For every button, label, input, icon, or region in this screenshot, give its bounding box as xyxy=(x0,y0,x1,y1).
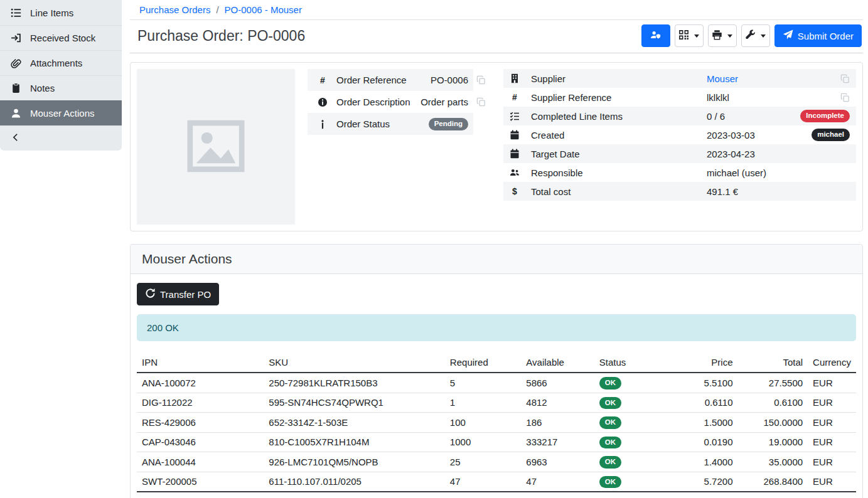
info-circle-icon xyxy=(316,97,329,107)
sidebar: Line Items Received Stock Attachments No… xyxy=(0,0,122,151)
paperclip-icon xyxy=(10,58,21,69)
breadcrumb: Purchase Orders / PO-0006 - Mouser xyxy=(130,0,863,20)
detail-row-responsible: Responsible michael (user) xyxy=(503,163,856,182)
chevron-left-icon xyxy=(11,133,20,144)
detail-row-completed-line-items: Completed Line Items 0 / 6 Incomplete xyxy=(503,107,856,125)
panel-title: Mouser Actions xyxy=(131,245,862,274)
detail-row-total-cost: $ Total cost 491.1 € xyxy=(503,182,856,201)
column-header-currency: Currency xyxy=(808,352,856,373)
sidebar-item-mouser-actions[interactable]: Mouser Actions xyxy=(0,100,122,125)
column-header-price: Price xyxy=(663,352,737,373)
column-header-ipn: IPN xyxy=(137,352,264,373)
order-details-card: # Order Reference PO-0006 Order Descript… xyxy=(130,62,863,231)
hash-icon: # xyxy=(316,75,329,85)
panel-body: Transfer PO 200 OK IPN SKU Required Avai… xyxy=(131,274,862,498)
scan-to-po-button[interactable] xyxy=(641,24,670,47)
supplier-details-table: Supplier Mouser # Supplier Reference lkl… xyxy=(503,69,856,225)
detail-row-supplier: Supplier Mouser xyxy=(503,69,856,88)
sidebar-item-label: Attachments xyxy=(30,58,82,68)
image-placeholder-icon xyxy=(179,114,253,181)
column-header-required: Required xyxy=(445,352,521,373)
detail-row-created: Created 2023-03-03 michael xyxy=(503,125,856,144)
status-alert: 200 OK xyxy=(137,314,856,341)
sidebar-item-notes[interactable]: Notes xyxy=(0,75,122,100)
status-badge: OK xyxy=(599,437,621,449)
qrcode-icon xyxy=(678,29,689,42)
building-icon xyxy=(508,73,521,83)
detail-row-target-date: Target Date 2023-04-23 xyxy=(503,144,856,163)
order-status-badge: Pending xyxy=(429,118,468,130)
copy-icon[interactable] xyxy=(476,97,486,107)
breadcrumb-current-order[interactable]: PO-0006 - Mouser xyxy=(225,4,302,15)
header-actions: Submit Order xyxy=(641,24,862,47)
sidebar-item-label: Notes xyxy=(30,83,55,93)
table-row: DIG-112022 595-SN74HCS74QPWRQ1 1 4812 OK… xyxy=(137,393,856,413)
hash-icon: # xyxy=(508,92,521,102)
sidebar-item-attachments[interactable]: Attachments xyxy=(0,50,122,75)
copy-icon[interactable] xyxy=(476,75,486,85)
clipboard-icon xyxy=(10,83,21,94)
detail-row-order-status: Order Status Pending xyxy=(308,113,488,135)
status-badge: OK xyxy=(599,397,621,410)
transfer-po-label: Transfer PO xyxy=(160,289,211,300)
table-row: RES-429006 652-3314Z-1-503E 100 186 OK 1… xyxy=(137,413,856,433)
column-header-status: Status xyxy=(594,352,663,373)
mouser-order-table: IPN SKU Required Available Status Price … xyxy=(137,352,856,498)
detail-row-order-description: Order Description Order parts xyxy=(308,91,488,113)
dollar-icon: $ xyxy=(508,186,521,196)
detail-row-supplier-reference: # Supplier Reference lklklkl xyxy=(503,88,856,107)
sidebar-item-label: Line Items xyxy=(30,8,73,18)
table-row: ANA-100044 926-LMC7101QM5/NOPB 25 6963 O… xyxy=(137,452,856,472)
total-label: Total xyxy=(137,492,264,498)
status-badge: OK xyxy=(599,416,621,429)
user-icon xyxy=(10,108,21,119)
total-value: 501.0000 xyxy=(737,492,808,498)
order-thumbnail[interactable] xyxy=(137,69,295,225)
breadcrumb-purchase-orders[interactable]: Purchase Orders xyxy=(139,4,210,15)
supplier-link[interactable]: Mouser xyxy=(707,73,738,84)
chevron-down-icon xyxy=(694,34,699,38)
table-header-row: IPN SKU Required Available Status Price … xyxy=(137,352,856,373)
transfer-po-button[interactable]: Transfer PO xyxy=(137,283,219,305)
mouser-actions-panel: Mouser Actions Transfer PO 200 OK xyxy=(130,244,863,498)
detail-row-order-reference: # Order Reference PO-0006 xyxy=(308,69,488,91)
chevron-down-icon xyxy=(727,34,732,38)
users-icon xyxy=(508,167,521,177)
sidebar-item-line-items[interactable]: Line Items xyxy=(0,0,122,25)
sidebar-item-label: Received Stock xyxy=(30,33,95,43)
app-window: Line Items Received Stock Attachments No… xyxy=(0,0,868,498)
sidebar-collapse-button[interactable] xyxy=(0,125,122,151)
tools-icon xyxy=(745,29,756,42)
submit-order-button[interactable]: Submit Order xyxy=(774,24,862,47)
info-icon xyxy=(316,119,329,129)
order-summary-table: # Order Reference PO-0006 Order Descript… xyxy=(308,69,488,225)
calendar-icon xyxy=(508,149,521,159)
submit-order-label: Submit Order xyxy=(798,31,854,41)
status-badge: OK xyxy=(599,456,621,469)
breadcrumb-separator: / xyxy=(216,4,218,15)
refresh-icon xyxy=(145,288,156,300)
barcode-actions-button[interactable] xyxy=(675,24,704,47)
table-row: SWT-200005 611-110.107.011/0205 47 47 OK… xyxy=(137,472,856,492)
sign-in-icon xyxy=(10,33,21,44)
table-row: ANA-100072 250-72981KLRATR150B3 5 5866 O… xyxy=(137,373,856,393)
order-actions-button[interactable] xyxy=(741,24,770,47)
column-header-available: Available xyxy=(521,352,594,373)
calendar-icon xyxy=(508,130,521,140)
status-badge: OK xyxy=(599,476,621,489)
copy-icon[interactable] xyxy=(840,74,850,83)
owner-badge: michael xyxy=(812,129,850,141)
sidebar-item-received-stock[interactable]: Received Stock xyxy=(0,25,122,50)
page-header: Purchase Order: PO-0006 xyxy=(130,20,863,53)
table-footer-row: Total 501.0000 xyxy=(137,492,856,498)
print-actions-button[interactable] xyxy=(708,24,737,47)
user-shield-icon xyxy=(650,29,661,42)
sidebar-item-label: Mouser Actions xyxy=(30,108,95,119)
copy-icon[interactable] xyxy=(840,93,850,102)
paper-plane-icon xyxy=(783,29,793,42)
list-icon xyxy=(10,7,21,18)
column-header-sku: SKU xyxy=(264,352,445,373)
table-row: CAP-043046 810-C1005X7R1H104M 1000 33321… xyxy=(137,432,856,452)
printer-icon xyxy=(712,29,722,42)
list-check-icon xyxy=(508,111,521,121)
